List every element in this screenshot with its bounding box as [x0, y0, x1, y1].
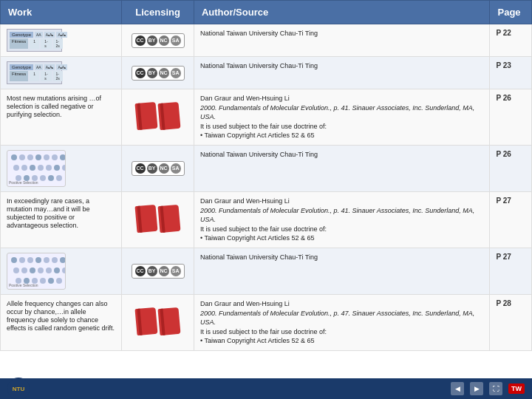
- f2-val: 1-s: [41, 71, 51, 81]
- f1-val: 1: [30, 38, 39, 49]
- fitness-label: Fitness: [10, 38, 28, 49]
- licensing-cell: CC BY NC SA: [122, 24, 194, 57]
- genotype-table-img: Genotype AA A₁A₂ A₂A₂ Fitness 1 1-s 1-2s: [7, 29, 62, 52]
- cc-icon: CC: [135, 68, 146, 78]
- bb-val: A₂A₂: [56, 64, 67, 70]
- fullscreen-icon[interactable]: ⛶: [489, 382, 502, 395]
- author-note: • Taiwan Copyright Act Articles 52 & 65: [200, 337, 315, 344]
- by-icon: BY: [147, 163, 157, 174]
- work-cell: Positive Selection: [1, 145, 122, 191]
- work-cell: Genotype AA A₁A₂ A₂A₂ Fitness 1 1-s 1-2s: [1, 57, 122, 89]
- author-text: National Taiwan University Chau-Ti Ting: [200, 62, 318, 69]
- book-license-icon: [136, 308, 180, 335]
- dot: [38, 165, 44, 171]
- author-name: Dan Graur and Wen-Hsuing Li: [200, 95, 290, 102]
- dot: [35, 154, 41, 160]
- author-book-ref: 2000. Fundamentals of Molecular Evolutio…: [200, 104, 474, 121]
- page-number: P 22: [496, 29, 511, 37]
- book-license-icon: [136, 205, 180, 232]
- licensing-cell: [122, 191, 194, 248]
- table-row: In exceedingly rare cases, a mutation ma…: [1, 191, 532, 248]
- page-cell: P 28: [490, 294, 532, 350]
- cc-license-badge: CC BY NC SA: [132, 33, 185, 48]
- dot: [13, 267, 19, 273]
- work-cell: Most new mutations arising …of selection…: [1, 89, 122, 146]
- page-cell: P 26: [490, 89, 532, 146]
- author-name: Dan Graur and Wen-Hsuing Li: [200, 300, 290, 307]
- f3-val: 1-2s: [53, 38, 63, 49]
- sa-icon: SA: [171, 35, 181, 46]
- author-note: It is used subject to the fair use doctr…: [200, 225, 327, 233]
- book-icon: [135, 102, 158, 130]
- dot: [44, 154, 50, 160]
- cc-license-badge: CC BY NC SA: [132, 161, 185, 176]
- author-book-ref: 2000. Fundamentals of Molecular Evolutio…: [200, 207, 474, 224]
- content-table: Work Licensing Author/Source Page Genoty…: [0, 0, 532, 351]
- author-text: National Taiwan University Chau-Ti Ting: [200, 30, 318, 37]
- licensing-cell: CC BY NC SA: [122, 57, 194, 89]
- table-row: Positive Selection CC BY NC SA National …: [1, 145, 532, 191]
- book-icon-2: [158, 102, 181, 130]
- genotype-table-img: Genotype AA A₁A₂ A₂A₂ Fitness 1 1-s 1-2s: [7, 61, 62, 84]
- dot: [30, 267, 35, 273]
- page-number: P 28: [496, 299, 511, 307]
- dot: [60, 154, 66, 160]
- nc-icon: NC: [159, 163, 169, 174]
- dot: [38, 267, 44, 273]
- licensing-cell: CC BY NC SA: [122, 145, 194, 191]
- author-text: Dan Graur and Wen-Hsuing Li2000. Fundame…: [200, 299, 484, 346]
- author-cell: National Taiwan University Chau-Ti Ting: [194, 145, 490, 191]
- diagram-label: Positive Selection: [9, 180, 38, 185]
- book-icon: [135, 307, 158, 335]
- work-cell: In exceedingly rare cases, a mutation ma…: [1, 191, 122, 248]
- licensing-cell: [122, 294, 194, 350]
- cc-license-badge: CC BY NC SA: [132, 66, 185, 81]
- dot: [56, 175, 62, 181]
- nav-next-icon[interactable]: ▶: [470, 382, 483, 395]
- f2-val: 1-s: [41, 38, 51, 49]
- table-row: Genotype AA A₁A₂ A₂A₂ Fitness 1 1-s 1-2s…: [1, 24, 532, 57]
- dot: [21, 165, 27, 171]
- aa-val: AA: [35, 64, 43, 70]
- licensing-cell: [122, 89, 194, 146]
- dot: [54, 267, 60, 273]
- dot: [62, 165, 66, 171]
- book-icon-2: [158, 205, 181, 233]
- dot: [19, 257, 25, 263]
- sa-icon: SA: [171, 163, 181, 174]
- table-row: Allele frequency changes can also occur …: [1, 294, 532, 350]
- dot: [44, 257, 50, 263]
- by-icon: BY: [147, 68, 157, 78]
- author-note: It is used subject to the fair use doctr…: [200, 328, 327, 335]
- dot: [11, 154, 17, 160]
- dot: [30, 165, 35, 171]
- author-text: National Taiwan University Chau-Ti Ting: [200, 253, 318, 261]
- dot: [27, 257, 33, 263]
- author-note: It is used subject to the fair use doctr…: [200, 123, 327, 130]
- author-cell: National Taiwan University Chau-Ti Ting: [194, 248, 490, 294]
- book-license-icon: [136, 103, 180, 129]
- nav-prev-icon[interactable]: ◀: [451, 382, 464, 395]
- ntu-logo: NTU: [7, 378, 30, 399]
- author-text: Dan Graur and Wen-Hsuing Li2000. Fundame…: [200, 197, 484, 243]
- work-cell: Genotype AA A₁A₂ A₂A₂ Fitness 1 1-s 1-2s: [1, 24, 122, 57]
- author-book-ref: 2000. Fundamentals of Molecular Evolutio…: [200, 310, 474, 327]
- col-licensing: Licensing: [122, 1, 194, 24]
- book-icon: [135, 205, 158, 233]
- dot: [56, 278, 62, 284]
- work-text: In exceedingly rare cases, a mutation ma…: [7, 197, 90, 229]
- nc-icon: NC: [159, 266, 169, 276]
- author-text: National Taiwan University Chau-Ti Ting: [200, 151, 318, 158]
- page-cell: P 27: [490, 248, 532, 294]
- dot: [40, 175, 46, 181]
- page-number: P 26: [496, 150, 511, 158]
- author-cell: Dan Graur and Wen-Hsuing Li2000. Fundame…: [194, 89, 490, 146]
- col-page: Page: [490, 1, 532, 24]
- aa-val: AA: [35, 32, 43, 38]
- table-row: Genotype AA A₁A₂ A₂A₂ Fitness 1 1-s 1-2s…: [1, 57, 532, 89]
- licensing-cell: CC BY NC SA: [122, 248, 194, 294]
- work-cell: Allele frequency changes can also occur …: [1, 294, 122, 350]
- page-number: P 27: [496, 253, 511, 261]
- dot: [21, 267, 27, 273]
- page-number: P 26: [496, 94, 511, 102]
